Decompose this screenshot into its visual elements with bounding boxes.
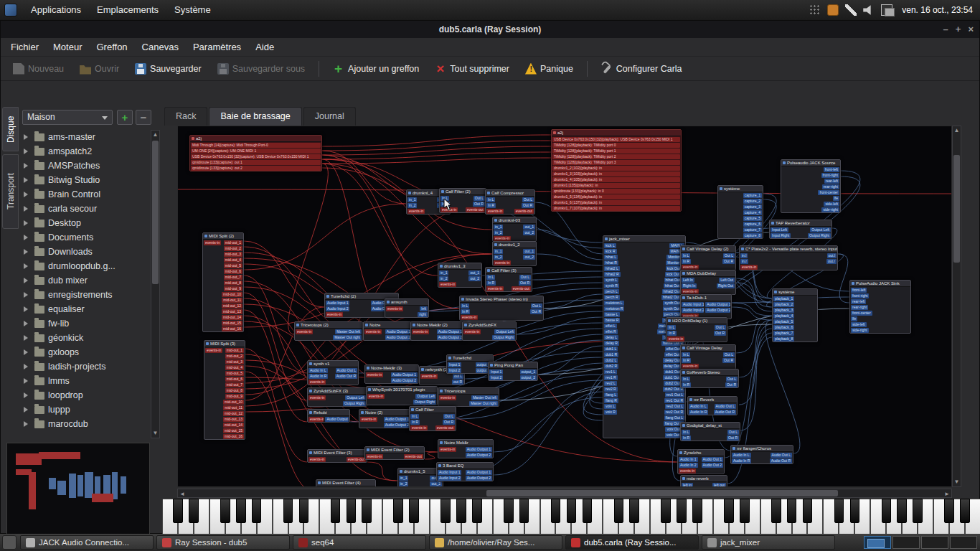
- port[interactable]: events-in: [367, 394, 385, 399]
- port[interactable]: Master Out right: [333, 335, 362, 340]
- port[interactable]: in_2: [439, 276, 448, 281]
- piano-black-key[interactable]: [472, 499, 482, 523]
- port[interactable]: Audio Out R: [335, 374, 357, 379]
- clock[interactable]: ven. 16 oct., 23:54: [902, 5, 973, 15]
- port[interactable]: events-in: [682, 364, 699, 369]
- piano-black-key[interactable]: [771, 499, 781, 523]
- expander-icon[interactable]: [24, 378, 31, 384]
- node-zynaddsubfx[interactable]: ZynAddSubFXevents-inOutput LeftOutput Ri…: [462, 321, 517, 341]
- piano-black-key[interactable]: [347, 499, 357, 523]
- port[interactable]: events-in: [386, 306, 403, 311]
- port[interactable]: out_1: [468, 270, 481, 276]
- port[interactable]: out_2: [523, 255, 535, 260]
- port[interactable]: Midi Through [14](capture): Midi Through…: [191, 143, 321, 148]
- port[interactable]: perch L: [604, 289, 619, 294]
- port[interactable]: playback_1: [773, 296, 794, 301]
- panel-menu-applications[interactable]: Applications: [23, 0, 89, 20]
- menu-aide[interactable]: Aide: [248, 38, 281, 57]
- port[interactable]: mid-out_1: [225, 348, 244, 353]
- port[interactable]: rev2 Out R: [664, 410, 684, 415]
- port[interactable]: in_2: [407, 203, 417, 208]
- port[interactable]: Audio Output 1: [466, 447, 492, 452]
- port[interactable]: events-in: [366, 372, 383, 377]
- port[interactable]: events-in: [439, 282, 456, 287]
- port[interactable]: Audio In R: [308, 374, 328, 379]
- port[interactable]: mid-out_13: [222, 309, 242, 314]
- port[interactable]: Left Out: [719, 278, 735, 283]
- tab-journal[interactable]: Journal: [303, 107, 356, 126]
- pencil-icon[interactable]: [845, 4, 857, 16]
- folder-item-gxloops[interactable]: gxloops: [21, 345, 150, 359]
- port[interactable]: Left In: [682, 278, 694, 283]
- port[interactable]: events-in: [205, 348, 222, 353]
- folder-item-bitwig-studio[interactable]: Bitwig Studio: [21, 173, 150, 187]
- port[interactable]: Input 1: [489, 369, 503, 375]
- folder-item-desktop[interactable]: Desktop: [21, 216, 150, 230]
- port[interactable]: mid-out_15: [222, 321, 242, 326]
- expander-icon[interactable]: [24, 134, 31, 140]
- port[interactable]: Audio Output 2: [466, 453, 492, 458]
- piano-black-key[interactable]: [740, 499, 750, 523]
- folder-item-brain-control[interactable]: Brain Control: [21, 187, 150, 202]
- node-c-plate2x2-versatile-plate-reverb-stereo-inputs[interactable]: C* Plate2x2 - Versatile plate reverb, st…: [739, 245, 838, 270]
- port[interactable]: Audio Out 1: [702, 457, 723, 462]
- port[interactable]: basse L: [604, 312, 620, 317]
- port[interactable]: capture_1: [743, 193, 762, 198]
- workspace-1[interactable]: [864, 536, 891, 549]
- port[interactable]: events-out: [512, 286, 531, 291]
- node-midi-event-filter-4[interactable]: MIDI Event Filter (4)events-inevents-out: [316, 479, 376, 487]
- port[interactable]: Output Right: [808, 233, 831, 238]
- port[interactable]: events-in: [740, 265, 758, 270]
- port[interactable]: capture_2: [743, 199, 762, 204]
- port[interactable]: lfe: [833, 196, 839, 201]
- port[interactable]: playback_8: [773, 336, 794, 342]
- save-button[interactable]: Sauvegarder: [128, 61, 208, 77]
- remove-location-button[interactable]: −: [136, 110, 151, 125]
- port[interactable]: Out R: [725, 382, 738, 387]
- node-3-band-eq[interactable]: 3 Band EQAudio Input 1Audio Output 1Audi…: [436, 462, 494, 481]
- port[interactable]: delay R: [604, 341, 619, 346]
- port[interactable]: In R: [486, 203, 496, 208]
- node-noize-2[interactable]: Noize (2)events-inAudio Output 1Audio Ou…: [359, 409, 412, 428]
- port[interactable]: mid-out_14: [223, 423, 244, 428]
- port[interactable]: events-in: [364, 329, 382, 334]
- port[interactable]: Audio Input 1: [438, 470, 461, 475]
- port[interactable]: mid-out_5: [224, 263, 242, 268]
- port[interactable]: In R: [682, 358, 691, 363]
- workspace-4[interactable]: [950, 536, 977, 549]
- port[interactable]: mid-out_8: [224, 281, 242, 286]
- port[interactable]: events-in: [326, 312, 343, 317]
- port[interactable]: dub1 R: [604, 352, 618, 357]
- port[interactable]: events-in: [308, 380, 326, 385]
- menu-param-tres[interactable]: Paramètres: [186, 38, 248, 57]
- port[interactable]: Output Left: [810, 227, 831, 232]
- piano-black-key[interactable]: [692, 499, 702, 523]
- expander-icon[interactable]: [24, 407, 31, 413]
- port[interactable]: In L: [410, 414, 419, 419]
- port[interactable]: Audio Output 1: [384, 417, 410, 422]
- port[interactable]: output_2: [520, 375, 537, 380]
- port[interactable]: in_1: [494, 249, 503, 254]
- scroll-down-icon[interactable]: ▼: [151, 429, 159, 438]
- node-noize[interactable]: Noizeevents-inAudio Output 1Audio Output…: [363, 321, 413, 341]
- port[interactable]: TiMidity [128](playback): TiMidity port …: [552, 154, 680, 159]
- port[interactable]: events-in: [308, 457, 326, 462]
- port[interactable]: out_2: [523, 230, 535, 235]
- port[interactable]: In L: [486, 275, 495, 280]
- port[interactable]: Right Out: [717, 283, 735, 288]
- port[interactable]: mid-out_15: [223, 428, 244, 433]
- port[interactable]: events-in: [486, 209, 504, 214]
- piano-black-key[interactable]: [189, 499, 199, 523]
- port[interactable]: rev2 R: [604, 387, 618, 392]
- folder-item-amspatch2[interactable]: amspatch2: [21, 144, 150, 159]
- port[interactable]: Audio Output 2: [705, 308, 730, 313]
- port[interactable]: Output Right: [413, 400, 436, 405]
- port[interactable]: Audio Output 2: [384, 423, 410, 428]
- port[interactable]: in_2: [399, 481, 408, 486]
- piano-black-key[interactable]: [960, 499, 970, 523]
- piano-black-key[interactable]: [409, 499, 419, 523]
- port[interactable]: melotron R: [604, 306, 624, 311]
- port[interactable]: Audio In 1: [679, 457, 698, 462]
- port[interactable]: Output Left: [494, 329, 515, 334]
- folder-item-enregistrements[interactable]: enregistrements: [21, 288, 150, 302]
